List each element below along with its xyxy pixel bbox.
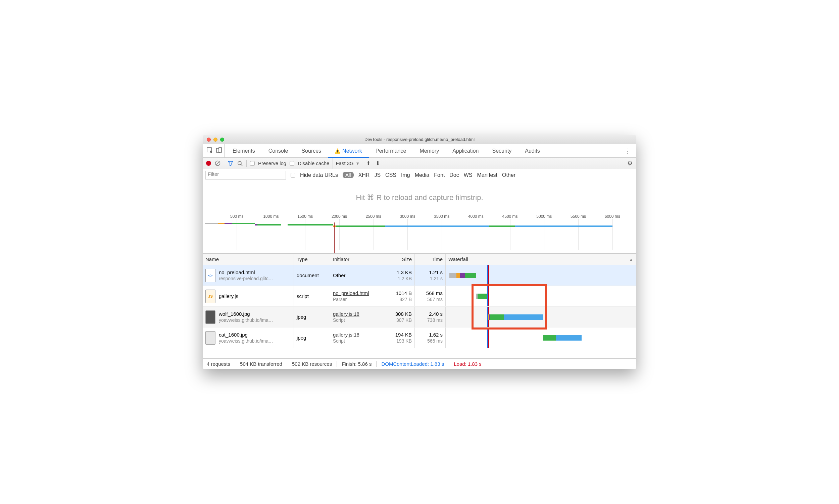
table-row[interactable]: wolf_1600.jpgyoavweiss.github.io/ima… jp…: [203, 307, 636, 327]
status-finish: Finish: 5.86 s: [342, 361, 372, 367]
status-bar: 4 requests 504 KB transferred 502 KB res…: [203, 358, 636, 369]
tab-security[interactable]: Security: [485, 144, 518, 157]
preserve-log-checkbox[interactable]: [250, 161, 255, 166]
timeline-overview[interactable]: 500 ms1000 ms1500 ms2000 ms2500 ms3000 m…: [203, 214, 636, 254]
type-xhr[interactable]: XHR: [358, 172, 370, 178]
tab-network[interactable]: ⚠️Network: [328, 144, 369, 157]
tick: 500 ms: [230, 214, 243, 219]
table-header: Name Type Initiator Size Time Waterfall: [203, 254, 636, 265]
type-all[interactable]: All: [343, 172, 354, 178]
type-css[interactable]: CSS: [385, 172, 396, 178]
hide-data-urls-checkbox[interactable]: [291, 173, 295, 178]
tick: 1500 ms: [297, 214, 313, 219]
tick: 3500 ms: [434, 214, 449, 219]
close-icon[interactable]: [207, 138, 211, 142]
status-load: Load: 1.83 s: [454, 361, 482, 367]
disable-cache-label: Disable cache: [298, 160, 329, 166]
col-type[interactable]: Type: [294, 254, 330, 265]
col-size[interactable]: Size: [383, 254, 415, 265]
table-row[interactable]: JSgallery.js script no_preload.htmlParse…: [203, 286, 636, 307]
device-icon[interactable]: [216, 147, 222, 155]
svg-rect-2: [219, 148, 221, 152]
disable-cache-checkbox[interactable]: [290, 161, 294, 166]
tick: 4500 ms: [502, 214, 518, 219]
search-icon[interactable]: [237, 160, 243, 166]
tab-elements[interactable]: Elements: [226, 144, 262, 157]
table-row[interactable]: <>no_preload.htmlresponsive-preload.glit…: [203, 265, 636, 286]
type-font[interactable]: Font: [434, 172, 445, 178]
type-img[interactable]: Img: [401, 172, 410, 178]
tick: 1000 ms: [263, 214, 279, 219]
svg-line-6: [241, 164, 242, 166]
tick: 6000 ms: [605, 214, 620, 219]
type-manifest[interactable]: Manifest: [477, 172, 497, 178]
filter-icon[interactable]: [228, 160, 234, 166]
request-table: <>no_preload.htmlresponsive-preload.glit…: [203, 265, 636, 358]
status-requests: 4 requests: [207, 361, 230, 367]
status-transferred: 504 KB transferred: [240, 361, 282, 367]
type-other[interactable]: Other: [502, 172, 516, 178]
network-toolbar: Preserve log Disable cache Fast 3G ▾ ⬆ ⬇…: [203, 158, 636, 169]
tick: 4000 ms: [468, 214, 484, 219]
svg-line-4: [216, 161, 219, 165]
gear-icon[interactable]: ⚙: [627, 160, 633, 166]
type-doc[interactable]: Doc: [449, 172, 459, 178]
clear-icon[interactable]: [214, 160, 220, 166]
titlebar: DevTools - responsive-preload.glitch.me/…: [203, 135, 636, 144]
devtools-window: DevTools - responsive-preload.glitch.me/…: [203, 135, 636, 369]
maximize-icon[interactable]: [220, 138, 224, 142]
throttling-select[interactable]: Fast 3G ▾: [333, 158, 362, 169]
tick: 5000 ms: [536, 214, 552, 219]
kebab-icon[interactable]: ⋮: [624, 147, 630, 155]
chevron-down-icon: ▾: [356, 160, 359, 166]
window-title: DevTools - responsive-preload.glitch.me/…: [203, 137, 636, 142]
warning-icon: ⚠️: [335, 148, 340, 154]
filter-bar: Filter Hide data URLs All XHR JS CSS Img…: [203, 169, 636, 181]
type-ws[interactable]: WS: [464, 172, 472, 178]
col-name[interactable]: Name: [203, 254, 294, 265]
panel-tabs: Elements Console Sources ⚠️Network Perfo…: [203, 144, 636, 158]
hide-data-urls-label: Hide data URLs: [300, 172, 338, 178]
filter-input[interactable]: Filter: [206, 171, 286, 180]
filmstrip-message: Hit ⌘ R to reload and capture filmstrip.: [203, 181, 636, 214]
tick: 5500 ms: [571, 214, 586, 219]
tab-application[interactable]: Application: [446, 144, 485, 157]
type-media[interactable]: Media: [415, 172, 430, 178]
status-resources: 502 KB resources: [292, 361, 332, 367]
load-marker: [334, 222, 335, 253]
tab-sources[interactable]: Sources: [294, 144, 328, 157]
col-initiator[interactable]: Initiator: [330, 254, 383, 265]
preserve-log-label: Preserve log: [258, 160, 286, 166]
tab-console[interactable]: Console: [262, 144, 295, 157]
svg-point-5: [238, 161, 241, 165]
download-icon[interactable]: ⬇: [375, 160, 381, 166]
table-row[interactable]: cat_1600.jpgyoavweiss.github.io/ima… jpe…: [203, 327, 636, 348]
tick: 3000 ms: [400, 214, 415, 219]
tab-audits[interactable]: Audits: [518, 144, 546, 157]
minimize-icon[interactable]: [213, 138, 217, 142]
status-domcontentloaded: DOMContentLoaded: 1.83 s: [381, 361, 444, 367]
type-js[interactable]: JS: [374, 172, 380, 178]
record-button[interactable]: [206, 161, 211, 166]
tab-performance[interactable]: Performance: [369, 144, 413, 157]
tab-memory[interactable]: Memory: [413, 144, 446, 157]
col-time[interactable]: Time: [415, 254, 446, 265]
tick: 2500 ms: [366, 214, 381, 219]
upload-icon[interactable]: ⬆: [365, 160, 372, 166]
tick: 2000 ms: [332, 214, 347, 219]
col-waterfall[interactable]: Waterfall: [446, 254, 636, 265]
inspect-icon[interactable]: [207, 147, 213, 155]
